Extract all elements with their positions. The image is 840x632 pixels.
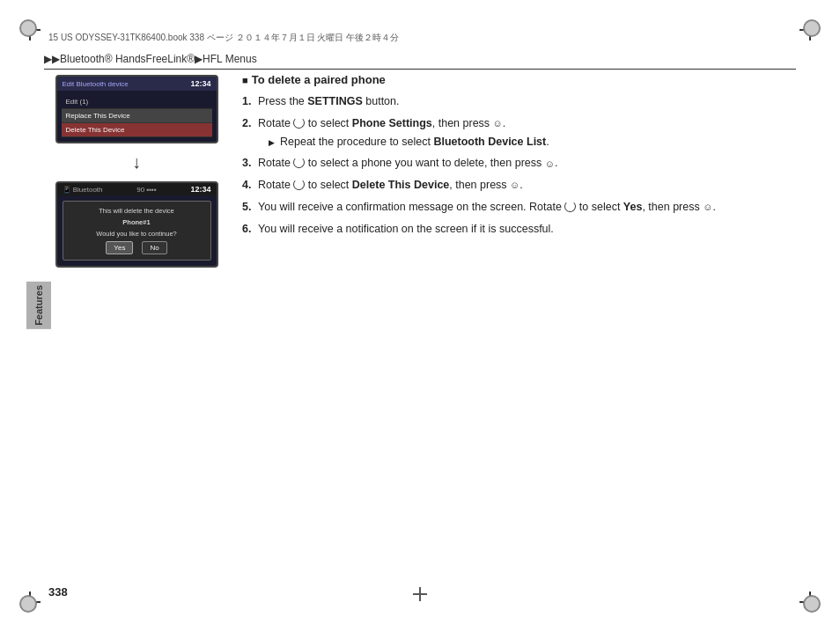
screen2-confirm-buttons: Yes No [69, 241, 205, 254]
press-icon-5: ☺ [703, 200, 712, 215]
screens-panel: Edit Bluetooth device 12:34 Edit (1) Rep… [48, 66, 225, 584]
press-icon-3: ☺ [545, 157, 555, 172]
rotate-icon-2 [293, 117, 305, 129]
step-6: 6. You will receive a notification on th… [242, 221, 792, 238]
step-2-content: Rotate to select Phone Settings, then pr… [258, 115, 792, 151]
step-1-content: Press the SETTINGS button. [258, 93, 792, 110]
screen1-body: Edit (1) Replace This Device Delete This… [57, 91, 217, 142]
page-number: 338 [48, 585, 68, 599]
sidebar-features-label: Features [26, 282, 51, 329]
screen1-menu-item-2: Replace This Device [62, 109, 212, 123]
step-6-num: 6. [242, 221, 254, 238]
screen2-time: 12:34 [190, 185, 210, 194]
sub-arrow-2 [269, 134, 276, 151]
press-icon-2: ☺ [493, 116, 503, 131]
screen2-confirmation: This will delete the device Phone#1 Woul… [63, 201, 211, 261]
step-3-num: 3. [242, 155, 254, 172]
circle-mark-tr [803, 19, 821, 37]
rotate-icon-3 [293, 157, 305, 168]
screen2-no-button[interactable]: No [142, 241, 166, 254]
file-info: 15 US ODYSSEY-31TK86400.book 338 ページ ２０１… [48, 32, 399, 44]
screen2-confirm-line1: This will delete the device [69, 207, 205, 215]
step-6-content: You will receive a notification on the s… [258, 221, 792, 238]
step-1-num: 1. [242, 93, 254, 110]
step-4-content: Rotate to select Delete This Device, the… [258, 177, 792, 194]
step-2-num: 2. [242, 115, 254, 151]
circle-mark-tl [19, 19, 37, 37]
rotate-icon-5 [564, 201, 576, 212]
step-5-content: You will receive a confirmation message … [258, 199, 792, 216]
screen1-header: Edit Bluetooth device 12:34 [57, 77, 217, 91]
screen1: Edit Bluetooth device 12:34 Edit (1) Rep… [55, 75, 218, 143]
breadcrumb: ▶▶Bluetooth® HandsFreeLink®▶HFL Menus [44, 53, 257, 65]
step-4-num: 4. [242, 177, 254, 194]
step-list: 1. Press the SETTINGS button. 2. Rotate … [242, 93, 792, 237]
step-3-content: Rotate to select a phone you want to del… [258, 155, 792, 172]
step-5: 5. You will receive a confirmation messa… [242, 199, 792, 216]
instructions-panel: To delete a paired phone 1. Press the SE… [242, 66, 792, 584]
screen2-confirm-line3: Would you like to continue? [69, 230, 205, 238]
step-4: 4. Rotate to select Delete This Device, … [242, 177, 792, 194]
press-icon-4: ☺ [510, 178, 519, 193]
screen1-menu-item-1: Edit (1) [62, 95, 212, 109]
screen2-bluetooth-label: 📱 Bluetooth [63, 186, 103, 194]
main-content: Edit Bluetooth device 12:34 Edit (1) Rep… [48, 66, 792, 584]
screen1-title: Edit Bluetooth device [63, 80, 129, 88]
screen1-time: 12:34 [190, 79, 210, 88]
center-bottom-cross [413, 587, 427, 601]
circle-mark-bl [19, 595, 37, 613]
rotate-icon-4 [293, 179, 305, 190]
screen2-status-bar: 📱 Bluetooth 90 ▪▪▪▪ 12:34 [57, 183, 217, 195]
step-3: 3. Rotate to select a phone you want to … [242, 155, 792, 172]
circle-mark-br [803, 595, 821, 613]
step-2: 2. Rotate to select Phone Settings, then… [242, 115, 792, 151]
screen2-confirm-line2: Phone#1 [69, 218, 205, 226]
screen2: 📱 Bluetooth 90 ▪▪▪▪ 12:34 This will dele… [55, 181, 218, 268]
down-arrow: ↓ [132, 152, 141, 173]
screen2-yes-button[interactable]: Yes [106, 241, 133, 254]
step-5-num: 5. [242, 199, 254, 216]
step-2-sub: Repeat the procedure to select Bluetooth… [269, 134, 792, 151]
step-2-sub-text: Repeat the procedure to select Bluetooth… [280, 134, 549, 151]
section-heading-text: To delete a paired phone [252, 73, 386, 86]
screen2-signal: 90 ▪▪▪▪ [136, 186, 156, 194]
section-heading: To delete a paired phone [242, 73, 792, 86]
step-1: 1. Press the SETTINGS button. [242, 93, 792, 110]
screen1-menu-item-3: Delete This Device [62, 123, 212, 137]
